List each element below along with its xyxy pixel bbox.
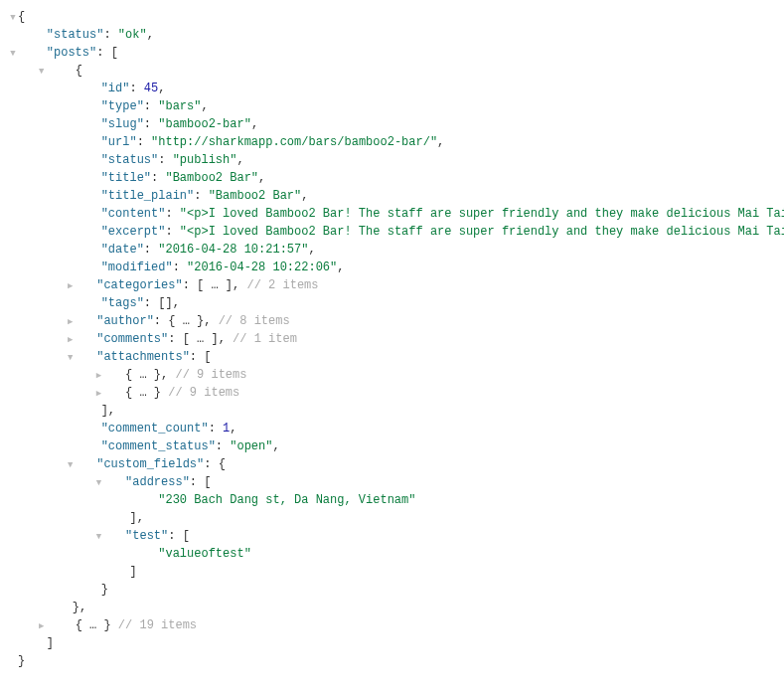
- caret-post0[interactable]: ▼: [37, 66, 47, 80]
- key-custom-fields: "custom_fields": [96, 457, 204, 471]
- categories-collapsed[interactable]: [ … ],: [197, 278, 239, 292]
- attachment-item-0[interactable]: { … },: [125, 368, 168, 382]
- custom-fields-open: {: [219, 457, 226, 471]
- value-address: "230 Bach Dang st, Da Nang, Vietnam": [158, 493, 415, 507]
- key-modified: "modified": [101, 261, 173, 274]
- attachments-open: [: [204, 350, 211, 364]
- author-collapsed[interactable]: { … },: [168, 314, 211, 328]
- attachment-item-0-comment: // 9 items: [168, 368, 246, 382]
- caret-root[interactable]: ▼: [8, 12, 18, 26]
- custom-fields-close: }: [101, 583, 108, 597]
- attachment-item-1-comment: // 9 items: [161, 386, 239, 400]
- key-posts: "posts": [47, 46, 96, 60]
- key-url: "url": [101, 135, 137, 149]
- value-excerpt: "<p>I loved Bamboo2 Bar! The staff are s…: [180, 225, 784, 239]
- author-comment: // 8 items: [211, 314, 289, 328]
- key-test: "test": [125, 529, 168, 543]
- value-content: "<p>I loved Bamboo2 Bar! The staff are s…: [180, 207, 784, 221]
- key-address: "address": [125, 475, 190, 489]
- key-excerpt: "excerpt": [101, 225, 166, 239]
- key-slug: "slug": [101, 117, 144, 131]
- attachment-item-1[interactable]: { … }: [125, 386, 161, 400]
- attachments-close: ],: [101, 404, 115, 418]
- key-comment-count: "comment_count": [101, 422, 209, 436]
- caret-comments[interactable]: ▶: [66, 334, 76, 348]
- post1-comment: // 19 items: [111, 618, 197, 632]
- comments-comment: // 1 item: [226, 332, 297, 346]
- caret-attachments[interactable]: ▼: [66, 352, 76, 366]
- key-comment-status: "comment_status": [101, 439, 216, 453]
- key-title: "title": [101, 171, 151, 185]
- posts-open: [: [111, 46, 118, 60]
- caret-custom-fields[interactable]: ▼: [66, 459, 76, 473]
- caret-address[interactable]: ▼: [93, 477, 103, 491]
- caret-author[interactable]: ▶: [66, 316, 76, 330]
- caret-post1[interactable]: ▶: [37, 620, 47, 634]
- value-comment-status: "open": [230, 439, 272, 453]
- key-attachments: "attachments": [96, 350, 190, 364]
- value-post-status: "publish": [173, 153, 237, 167]
- caret-posts[interactable]: ▼: [8, 48, 18, 62]
- test-open: [: [183, 529, 190, 543]
- key-content: "content": [101, 207, 166, 221]
- value-tags: []: [158, 296, 172, 310]
- categories-comment: // 2 items: [239, 278, 318, 292]
- address-open: [: [204, 475, 211, 489]
- key-type: "type": [101, 99, 144, 113]
- root-open-brace: {: [18, 10, 25, 24]
- caret-test[interactable]: ▼: [93, 531, 103, 545]
- caret-categories[interactable]: ▶: [66, 280, 76, 294]
- value-date: "2016-04-28 10:21:57": [158, 243, 308, 257]
- key-post-status: "status": [101, 153, 159, 167]
- post0-open: {: [76, 64, 82, 78]
- comments-collapsed[interactable]: [ … ],: [183, 332, 226, 346]
- caret-attach0[interactable]: ▶: [93, 370, 103, 384]
- value-modified: "2016-04-28 10:22:06": [187, 261, 337, 274]
- key-status: "status": [47, 28, 104, 42]
- key-id: "id": [101, 82, 130, 95]
- address-close: ],: [129, 511, 143, 525]
- value-title-plain: "Bamboo2 Bar": [209, 189, 302, 203]
- key-title-plain: "title_plain": [101, 189, 195, 203]
- key-tags: "tags": [101, 296, 144, 310]
- test-close: ]: [129, 565, 136, 579]
- root-close-brace: }: [18, 654, 25, 668]
- value-title: "Bamboo2 Bar": [165, 171, 258, 185]
- value-type: "bars": [158, 99, 201, 113]
- key-date: "date": [101, 243, 144, 257]
- key-categories: "categories": [96, 278, 182, 292]
- value-slug: "bamboo2-bar": [158, 117, 251, 131]
- post1-collapsed[interactable]: { … }: [76, 618, 111, 632]
- value-test: "valueoftest": [158, 547, 251, 561]
- value-url: "http://sharkmapp.com/bars/bamboo2-bar/": [151, 135, 437, 149]
- post0-close: },: [73, 601, 86, 614]
- posts-close: ]: [47, 636, 54, 650]
- value-status: "ok": [118, 28, 147, 42]
- value-id: 45: [144, 82, 158, 95]
- key-author: "author": [96, 314, 154, 328]
- key-comments: "comments": [96, 332, 168, 346]
- caret-attach1[interactable]: ▶: [93, 388, 103, 402]
